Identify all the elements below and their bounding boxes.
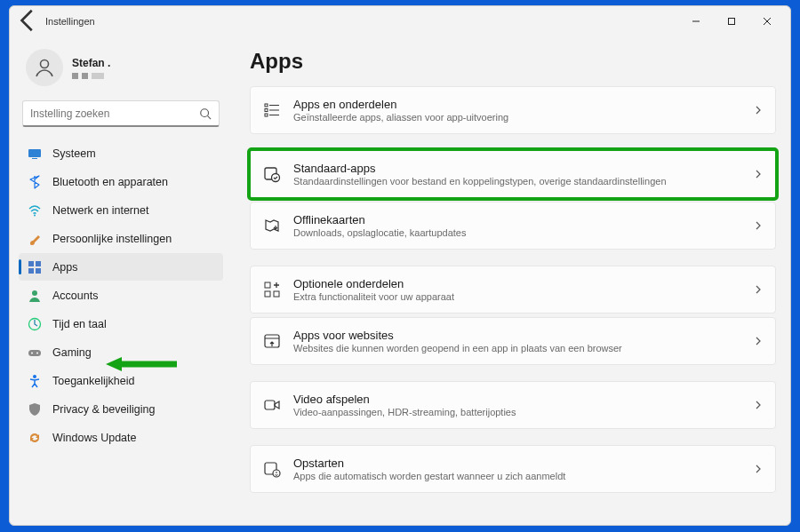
svg-rect-33	[265, 401, 275, 409]
card-desc: Video-aanpassingen, HDR-streaming, batte…	[293, 407, 741, 417]
svg-line-4	[208, 115, 212, 119]
profile-meta	[72, 73, 110, 79]
sidebar-item-label: Privacy & beveiliging	[52, 403, 155, 416]
chevron-right-icon	[754, 337, 763, 345]
sidebar-item-tijd[interactable]: Tijd en taal	[19, 310, 223, 337]
person-icon	[28, 289, 42, 303]
chevron-right-icon	[754, 106, 763, 115]
card-desc: Geïnstalleerde apps, aliassen voor app-u…	[293, 112, 741, 123]
sidebar-item-label: Windows Update	[52, 432, 137, 444]
svg-point-27	[272, 174, 280, 182]
sidebar-item-update[interactable]: Windows Update	[19, 424, 223, 451]
sidebar-item-netwerk[interactable]: Netwerk en internet	[19, 196, 223, 224]
svg-rect-20	[265, 104, 268, 107]
sidebar-item-persoonlijk[interactable]: Persoonlijke instellingen	[19, 225, 223, 252]
svg-point-2	[41, 60, 49, 68]
card-video[interactable]: Video afspelen Video-aanpassingen, HDR-s…	[250, 381, 776, 429]
svg-rect-8	[28, 261, 34, 266]
close-button[interactable]	[749, 9, 785, 34]
svg-point-15	[31, 352, 33, 353]
title-bar: Instellingen	[10, 6, 790, 36]
card-apps-onderdelen[interactable]: Apps en onderdelen Geïnstalleerde apps, …	[250, 86, 776, 134]
page-title: Apps	[250, 49, 776, 74]
svg-point-7	[34, 214, 36, 216]
card-offlinekaarten[interactable]: Offlinekaarten Downloads, opslaglocatie,…	[250, 202, 776, 250]
svg-point-16	[36, 352, 38, 353]
card-desc: Websites die kunnen worden geopend in ee…	[293, 343, 741, 353]
card-title: Optionele onderdelen	[293, 277, 741, 290]
window-title: Instellingen	[45, 16, 95, 27]
card-opstarten[interactable]: Opstarten Apps die automatisch worden ge…	[250, 445, 776, 493]
chevron-right-icon	[754, 221, 763, 230]
settings-window: Instellingen Stefan .	[9, 5, 791, 526]
window-open-icon	[263, 332, 281, 350]
main-content: Apps Apps en onderdelen Geïnstalleerde a…	[232, 36, 790, 525]
search-box[interactable]	[22, 100, 220, 127]
sidebar-item-label: Persoonlijke instellingen	[52, 233, 172, 245]
maximize-button[interactable]	[714, 9, 749, 34]
search-input[interactable]	[30, 107, 199, 120]
chevron-right-icon	[754, 285, 763, 294]
sidebar-item-label: Gaming	[52, 346, 92, 359]
card-apps-websites[interactable]: Apps voor websites Websites die kunnen w…	[250, 317, 776, 365]
svg-rect-10	[28, 268, 34, 274]
chevron-right-icon	[754, 465, 763, 473]
profile-block[interactable]: Stefan .	[19, 40, 223, 99]
svg-rect-22	[265, 109, 268, 112]
sidebar-item-label: Bluetooth en apparaten	[52, 176, 168, 188]
card-title: Opstarten	[293, 457, 741, 470]
sidebar-item-apps[interactable]: Apps	[19, 253, 223, 281]
sidebar-item-label: Netwerk en internet	[52, 204, 148, 217]
svg-rect-29	[265, 291, 270, 297]
card-desc: Standaardinstellingen voor bestand en ko…	[293, 176, 741, 187]
svg-rect-5	[28, 149, 41, 157]
globe-clock-icon	[28, 317, 42, 331]
sidebar-item-label: Tijd en taal	[52, 318, 107, 330]
card-standaard-apps[interactable]: Standaard-apps Standaardinstellingen voo…	[250, 150, 776, 198]
sidebar-item-toegankelijkheid[interactable]: Toegankelijkheid	[19, 367, 223, 394]
svg-point-3	[201, 108, 209, 116]
sidebar-item-gaming[interactable]: Gaming	[19, 338, 223, 366]
chevron-right-icon	[754, 170, 763, 179]
wifi-icon	[28, 203, 42, 218]
card-optionele[interactable]: Optionele onderdelen Extra functionalite…	[250, 266, 776, 314]
back-button[interactable]	[15, 7, 42, 36]
sidebar-item-systeem[interactable]: Systeem	[19, 139, 223, 167]
gamepad-icon	[28, 345, 42, 360]
svg-rect-14	[28, 350, 41, 356]
apps-icon	[28, 260, 42, 274]
sidebar-item-label: Apps	[52, 261, 78, 274]
card-desc: Extra functionaliteit voor uw apparaat	[293, 291, 741, 302]
bluetooth-icon	[28, 175, 42, 189]
svg-rect-11	[36, 268, 41, 274]
sidebar-item-privacy[interactable]: Privacy & beveiliging	[19, 395, 223, 423]
sidebar-item-accounts[interactable]: Accounts	[19, 282, 223, 309]
svg-rect-28	[265, 282, 270, 288]
svg-rect-1	[729, 19, 735, 25]
svg-point-12	[32, 290, 37, 296]
startup-icon	[263, 460, 281, 478]
shield-icon	[28, 402, 42, 417]
card-desc: Apps die automatisch worden gestart wann…	[293, 471, 741, 481]
chevron-right-icon	[754, 401, 763, 409]
brush-icon	[28, 232, 42, 246]
svg-point-17	[33, 375, 36, 378]
card-desc: Downloads, opslaglocatie, kaartupdates	[293, 227, 741, 238]
svg-rect-30	[274, 291, 279, 297]
sidebar: Stefan . Systeem Bluetooth en apparaten	[10, 36, 232, 525]
minimize-button[interactable]	[678, 9, 714, 34]
avatar	[26, 49, 63, 86]
svg-rect-9	[36, 261, 41, 266]
svg-rect-6	[32, 158, 37, 159]
grid-plus-icon	[263, 281, 281, 298]
nav-list: Systeem Bluetooth en apparaten Netwerk e…	[19, 139, 223, 451]
card-title: Apps en onderdelen	[293, 98, 741, 111]
card-title: Offlinekaarten	[293, 213, 741, 226]
default-apps-icon	[263, 165, 281, 183]
sidebar-item-label: Toegankelijkheid	[52, 375, 134, 387]
sidebar-item-bluetooth[interactable]: Bluetooth en apparaten	[19, 168, 223, 195]
svg-rect-24	[265, 114, 268, 116]
video-icon	[263, 396, 281, 414]
card-title: Video afspelen	[293, 393, 741, 406]
display-icon	[28, 147, 42, 161]
